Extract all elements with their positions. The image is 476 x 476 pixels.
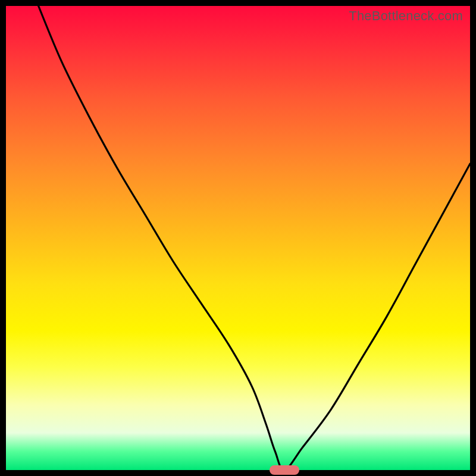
curve-path	[39, 6, 470, 470]
chart-frame: TheBottleneck.com	[0, 0, 476, 476]
bottleneck-curve	[6, 6, 470, 470]
plot-area: TheBottleneck.com	[6, 6, 470, 470]
optimum-marker	[270, 465, 299, 475]
